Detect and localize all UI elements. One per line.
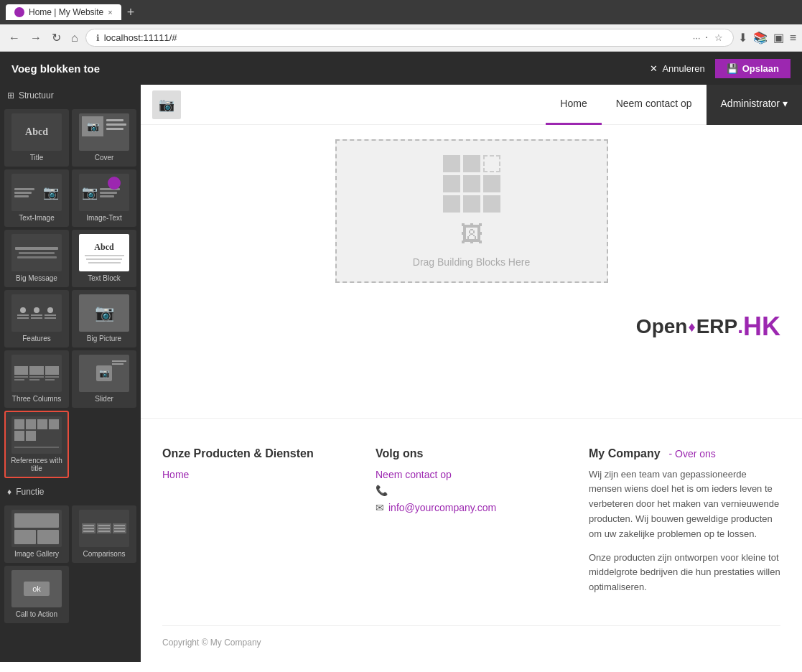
footer-contact-link[interactable]: Neem contact op xyxy=(376,469,567,480)
block-three-columns-preview xyxy=(11,355,62,392)
block-comparisons[interactable]: Comparisons xyxy=(72,505,136,563)
nav-links: Home Neem contact op Administrator ▾ xyxy=(546,85,802,125)
browser-toolbar-right: ⬇ 📚 ▣ ≡ xyxy=(738,31,796,45)
block-features[interactable]: Features xyxy=(4,290,69,347)
block-big-picture-label: Big Picture xyxy=(87,335,121,342)
drop-zone-text: Drag Building Blocks Here xyxy=(413,256,530,268)
nav-link-home[interactable]: Home xyxy=(546,85,601,125)
annuleren-label: Annuleren xyxy=(662,63,704,74)
footer-company-name: My Company xyxy=(589,447,661,459)
menu-button[interactable]: ≡ xyxy=(790,32,796,45)
block-title[interactable]: Abcd Title xyxy=(4,109,69,167)
logo-area: 📷 xyxy=(141,85,192,126)
editor-topbar: Voeg blokken toe ✕ Annuleren 💾 Opslaan xyxy=(0,52,802,85)
browser-tab[interactable]: Home | My Website × xyxy=(6,4,121,20)
block-slider[interactable]: 📷 Slider xyxy=(72,350,136,408)
more-options-button[interactable]: ··· xyxy=(693,32,701,43)
browser-chrome: Home | My Website × + xyxy=(0,0,802,24)
footer-phone: 📞 xyxy=(376,485,567,496)
drop-zone: 🖼 Drag Building Blocks Here xyxy=(335,139,608,283)
secure-icon: ℹ xyxy=(96,33,100,43)
main-layout: ⊞ Structuur Abcd Title 📷 xyxy=(0,85,802,662)
block-cover[interactable]: 📷 Cover xyxy=(72,109,136,167)
grid-icon: ⊞ xyxy=(7,90,14,101)
website-footer: Onze Producten & Diensten Home Volg ons … xyxy=(141,418,802,662)
editor-title: Voeg blokken toe xyxy=(11,62,640,75)
block-features-preview xyxy=(11,294,62,332)
address-bar[interactable]: ℹ localhost:11111/# ··· 🞌 ☆ xyxy=(85,29,734,47)
block-comparisons-preview xyxy=(79,510,129,547)
block-text-block-label: Text Block xyxy=(88,274,121,282)
block-title-label: Title xyxy=(30,154,44,162)
block-features-label: Features xyxy=(22,335,50,342)
block-image-text[interactable]: 📷 Image-Text xyxy=(72,169,136,227)
block-call-to-action[interactable]: ok Call to Action xyxy=(4,566,69,623)
new-tab-button[interactable]: + xyxy=(127,5,135,20)
forward-button[interactable]: → xyxy=(27,30,45,46)
block-cta-label: Call to Action xyxy=(16,610,57,618)
block-text-image-preview: 📷 xyxy=(11,174,62,211)
block-image-gallery-label: Image Gallery xyxy=(14,550,59,558)
footer-copyright: Copyright © My Company xyxy=(162,625,780,648)
nav-link-admin[interactable]: Administrator ▾ xyxy=(707,85,802,125)
bookmark-button[interactable]: ☆ xyxy=(714,32,723,43)
functie-label: Functie xyxy=(16,487,44,497)
block-three-columns[interactable]: Three Columns xyxy=(4,350,69,408)
block-cover-label: Cover xyxy=(95,154,114,162)
logo-placeholder: 📷 xyxy=(152,90,181,119)
footer-col1: Onze Producten & Diensten Home xyxy=(162,447,354,604)
footer-about-text1: Wij zijn een team van gepassioneerde men… xyxy=(589,467,780,542)
block-big-message[interactable]: Big Message xyxy=(4,230,69,287)
block-references-label: References with title xyxy=(9,457,65,472)
block-image-gallery-preview xyxy=(11,510,62,547)
block-text-block[interactable]: Abcd Text Block xyxy=(72,230,136,287)
footer-email: ✉ info@yourcompany.com xyxy=(376,502,567,513)
footer-about-text2: Onze producten zijn ontworpen voor klein… xyxy=(589,551,780,595)
nav-link-contact[interactable]: Neem contact op xyxy=(602,85,707,125)
blocks-grid: Abcd Title 📷 Cover xyxy=(0,106,141,481)
footer-email-link[interactable]: info@yourcompany.com xyxy=(388,502,496,513)
cancel-icon: ✕ xyxy=(650,63,658,74)
footer-home-link[interactable]: Home xyxy=(162,469,354,480)
block-slider-label: Slider xyxy=(95,395,113,403)
block-image-gallery[interactable]: Image Gallery xyxy=(4,505,69,563)
block-image-text-label: Image-Text xyxy=(86,214,121,222)
block-big-picture[interactable]: 📷 Big Picture xyxy=(72,290,136,347)
footer-col3: My Company - Over ons Wij zijn een team … xyxy=(589,447,780,604)
phone-icon: 📞 xyxy=(376,485,388,496)
block-image-text-preview: 📷 xyxy=(79,174,129,211)
sidebar: ⊞ Structuur Abcd Title 📷 xyxy=(0,85,141,662)
download-button[interactable]: ⬇ xyxy=(738,31,747,45)
footer-col1-title: Onze Producten & Diensten xyxy=(162,447,354,460)
functie-blocks-grid: Image Gallery xyxy=(0,503,141,626)
admin-label: Administrator xyxy=(721,98,780,109)
tab-title: Home | My Website xyxy=(29,7,103,17)
save-icon: 💾 xyxy=(727,63,738,74)
website-area: 📷 Home Neem contact op Administrator ▾ xyxy=(141,85,802,662)
pocket-button[interactable]: 🞌 xyxy=(705,32,710,43)
block-comparisons-label: Comparisons xyxy=(83,550,126,558)
tab-close-button[interactable]: × xyxy=(108,8,112,17)
block-text-image[interactable]: 📷 Text-Image xyxy=(4,169,69,227)
block-big-message-label: Big Message xyxy=(16,274,57,282)
block-references-with-title[interactable]: References with title xyxy=(4,411,69,478)
email-icon: ✉ xyxy=(376,502,384,513)
footer-over-ons-link[interactable]: - Over ons xyxy=(668,448,715,459)
structuur-section-header: ⊞ Structuur xyxy=(0,85,141,106)
library-button[interactable]: 📚 xyxy=(753,31,768,45)
annuleren-button[interactable]: ✕ Annuleren xyxy=(640,59,714,78)
drop-grid-preview xyxy=(443,155,500,213)
opslaan-label: Opslaan xyxy=(742,63,779,74)
footer-col2: Volg ons Neem contact op 📞 ✉ info@yourco… xyxy=(376,447,567,604)
sidebar-button[interactable]: ▣ xyxy=(773,31,784,45)
back-button[interactable]: ← xyxy=(6,30,23,46)
block-big-message-preview xyxy=(11,234,62,271)
opslaan-button[interactable]: 💾 Opslaan xyxy=(715,59,791,78)
openerp-logo: Open ♦ ERP . HK xyxy=(636,312,780,342)
home-button[interactable]: ⌂ xyxy=(68,30,81,46)
address-text: localhost:11111/# xyxy=(104,32,177,43)
diamond-icon: ♦ xyxy=(7,487,11,497)
footer-grid: Onze Producten & Diensten Home Volg ons … xyxy=(162,447,780,604)
reload-button[interactable]: ↻ xyxy=(49,29,64,46)
block-text-block-preview: Abcd xyxy=(79,234,129,271)
